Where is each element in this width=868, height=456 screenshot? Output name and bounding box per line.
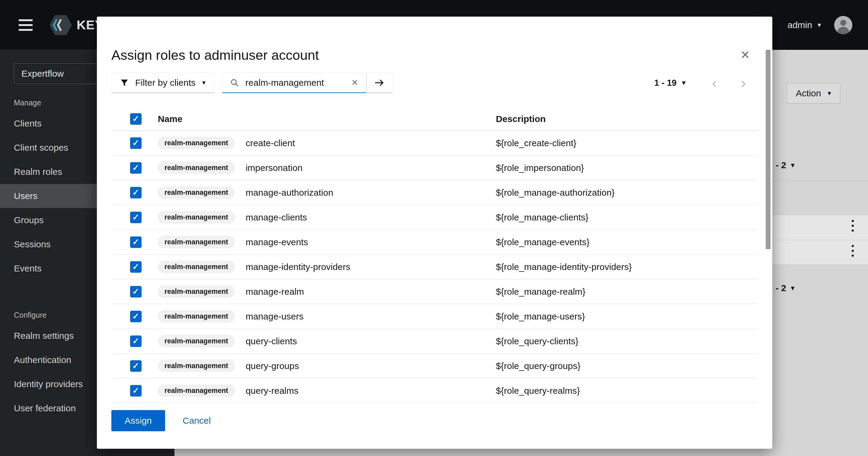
cancel-button[interactable]: Cancel: [183, 416, 211, 426]
select-all-checkbox[interactable]: ✓: [130, 113, 142, 125]
role-name: manage-identity-providers: [246, 262, 350, 272]
role-description: ${role_query-clients}: [496, 336, 758, 346]
filter-dropdown-label: Filter by clients: [135, 78, 195, 88]
search-icon: [230, 79, 239, 87]
row-checkbox[interactable]: ✓: [130, 261, 142, 273]
role-description: ${role_query-realms}: [496, 386, 758, 396]
modal-scrollbar[interactable]: [766, 50, 771, 249]
table-row: ✓ realm-management manage-identity-provi…: [112, 255, 758, 279]
row-checkbox[interactable]: ✓: [130, 162, 142, 174]
pagination-range-label: 1 - 19: [654, 78, 677, 88]
modal-toolbar: Filter by clients ▾ realm-management ✕: [112, 73, 758, 93]
roles-table-header: ✓ Name Description: [112, 107, 758, 131]
role-name: manage-events: [246, 237, 308, 247]
roles-table-body: ✓ realm-management create-client ${role_…: [112, 131, 758, 403]
modal-pagination: 1 - 19 ▾ ‹ ›: [654, 73, 758, 93]
arrow-right-icon: [374, 79, 384, 87]
role-name-cell: realm-management query-clients: [158, 335, 496, 347]
chevron-down-icon: ▾: [202, 79, 206, 86]
pagination-prev-icon[interactable]: ‹: [700, 73, 729, 93]
table-row: ✓ realm-management manage-clients ${role…: [112, 205, 758, 230]
search-input[interactable]: realm-management ✕: [222, 73, 366, 93]
roles-table: ✓ Name Description ✓ realm-management cr…: [112, 107, 758, 403]
row-checkbox[interactable]: ✓: [130, 286, 142, 297]
row-checkbox[interactable]: ✓: [130, 336, 142, 347]
client-badge: realm-management: [158, 335, 235, 347]
client-badge: realm-management: [158, 137, 235, 149]
role-description: ${role_manage-users}: [496, 311, 758, 322]
role-name-cell: realm-management create-client: [158, 137, 496, 149]
column-header-name: Name: [158, 114, 496, 124]
table-row: ✓ realm-management query-clients ${role_…: [112, 329, 758, 353]
pagination-next-icon[interactable]: ›: [729, 73, 758, 93]
column-header-description: Description: [496, 114, 758, 124]
row-checkbox[interactable]: ✓: [130, 187, 142, 198]
assign-roles-modal: Assign roles to adminuser account ✕ Filt…: [97, 17, 772, 449]
row-checkbox[interactable]: ✓: [130, 385, 142, 397]
table-row: ✓ realm-management create-client ${role_…: [112, 131, 758, 155]
client-badge: realm-management: [158, 285, 235, 298]
row-checkbox[interactable]: ✓: [130, 212, 142, 223]
role-name: create-client: [246, 138, 295, 148]
pagination-menu-toggle[interactable]: 1 - 19 ▾: [654, 78, 685, 88]
role-name-cell: realm-management manage-authorization: [158, 186, 496, 199]
role-name: manage-authorization: [246, 188, 333, 198]
close-icon[interactable]: ✕: [740, 49, 750, 61]
table-row: ✓ realm-management query-groups ${role_q…: [112, 353, 758, 378]
client-badge: realm-management: [158, 261, 235, 273]
page: KEYCLOAK admin ▾ Expertflow Manage Clien…: [0, 0, 868, 456]
filter-icon: [120, 79, 129, 87]
role-name-cell: realm-management impersonation: [158, 162, 496, 174]
filter-by-clients-dropdown[interactable]: Filter by clients ▾: [112, 73, 214, 93]
role-description: ${role_manage-events}: [496, 237, 758, 247]
role-name-cell: realm-management manage-events: [158, 236, 496, 248]
client-badge: realm-management: [158, 384, 235, 397]
chevron-down-icon: ▾: [682, 79, 685, 86]
role-name: query-groups: [246, 361, 299, 371]
row-checkbox[interactable]: ✓: [130, 137, 142, 149]
table-row: ✓ realm-management manage-authorization …: [112, 180, 758, 205]
role-name-cell: realm-management manage-users: [158, 310, 496, 322]
role-name: query-realms: [246, 386, 299, 396]
role-name: impersonation: [246, 163, 302, 173]
role-name: manage-clients: [246, 212, 307, 223]
role-description: ${role_query-groups}: [496, 361, 758, 371]
role-description: ${role_manage-authorization}: [496, 188, 758, 198]
table-row: ✓ realm-management query-realms ${role_q…: [112, 378, 758, 403]
row-checkbox[interactable]: ✓: [130, 360, 142, 372]
client-badge: realm-management: [158, 186, 235, 199]
modal-title: Assign roles to adminuser account: [112, 48, 319, 63]
role-name-cell: realm-management manage-realm: [158, 285, 496, 298]
client-badge: realm-management: [158, 211, 235, 224]
role-name-cell: realm-management manage-identity-provide…: [158, 261, 496, 273]
role-name-cell: realm-management query-realms: [158, 384, 496, 397]
role-name: manage-realm: [246, 287, 304, 297]
row-checkbox[interactable]: ✓: [130, 311, 142, 322]
role-name-cell: realm-management manage-clients: [158, 211, 496, 224]
role-description: ${role_impersonation}: [496, 163, 758, 173]
client-badge: realm-management: [158, 360, 235, 372]
modal-footer: Assign Cancel: [112, 410, 211, 431]
client-badge: realm-management: [158, 310, 235, 322]
table-row: ✓ realm-management manage-users ${role_m…: [112, 304, 758, 329]
role-description: ${role_manage-realm}: [496, 287, 758, 297]
role-description: ${role_create-client}: [496, 138, 758, 148]
clear-search-icon[interactable]: ✕: [351, 78, 358, 88]
search-submit-button[interactable]: [366, 73, 392, 93]
role-name-cell: realm-management query-groups: [158, 360, 496, 372]
table-row: ✓ realm-management manage-events ${role_…: [112, 230, 758, 255]
role-name: manage-users: [246, 311, 304, 322]
role-name: query-clients: [246, 336, 297, 346]
table-row: ✓ realm-management impersonation ${role_…: [112, 155, 758, 180]
search-group: realm-management ✕: [222, 73, 392, 93]
client-badge: realm-management: [158, 236, 235, 248]
role-description: ${role_manage-identity-providers}: [496, 262, 758, 272]
client-badge: realm-management: [158, 162, 235, 174]
row-checkbox[interactable]: ✓: [130, 236, 142, 248]
role-description: ${role_manage-clients}: [496, 212, 758, 223]
table-row: ✓ realm-management manage-realm ${role_m…: [112, 279, 758, 304]
search-input-value: realm-management: [245, 78, 345, 88]
assign-button[interactable]: Assign: [112, 410, 165, 431]
